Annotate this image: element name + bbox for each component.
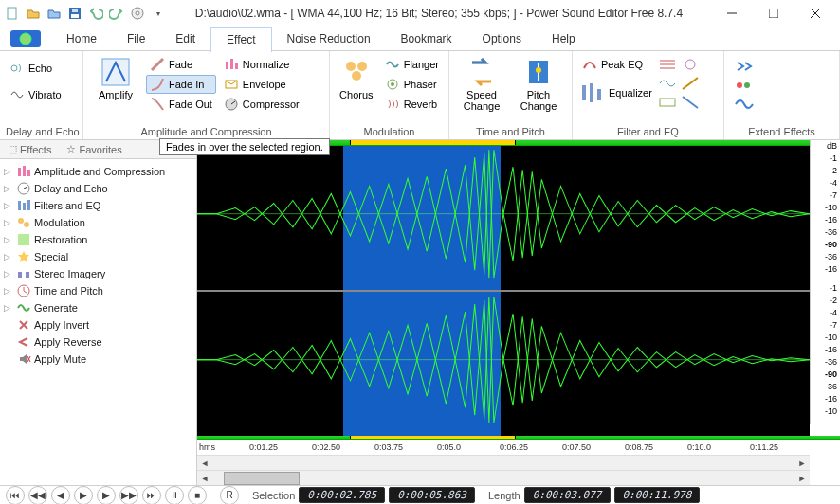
fade-button[interactable]: Fade [146, 55, 216, 74]
minimize-button[interactable] [711, 0, 753, 27]
vibrato-button[interactable]: Vibrato [6, 85, 65, 104]
echo-button[interactable]: Echo [6, 59, 65, 78]
save-icon[interactable] [66, 5, 83, 22]
rewind-button[interactable]: ◀◀ [28, 486, 47, 505]
window-controls [711, 0, 836, 27]
filter-extra5-icon[interactable] [681, 76, 700, 91]
peak-eq-label: Peak EQ [601, 59, 643, 70]
filter-extra4-icon[interactable] [681, 57, 700, 72]
tab-bookmark[interactable]: Bookmark [386, 27, 467, 51]
skip-start-button[interactable]: ⏮ [6, 486, 25, 505]
selection-marker[interactable] [350, 140, 515, 145]
pitch-change-button[interactable]: Pitch Change [512, 55, 565, 114]
scroll-thumb[interactable] [224, 472, 300, 485]
cd-icon[interactable] [129, 5, 146, 22]
tab-effect[interactable]: Effect [210, 27, 271, 52]
open-icon[interactable] [25, 5, 42, 22]
tree-item[interactable]: ▷Special [2, 248, 194, 265]
qat-dropdown-icon[interactable]: ▾ [150, 5, 167, 22]
waveform-panel: Fades in over the selected region. dB-1-… [197, 140, 840, 485]
equalizer-icon [580, 81, 603, 104]
extend3-icon[interactable] [734, 97, 755, 112]
scroll-left-icon[interactable]: ◄ [197, 471, 212, 486]
modulation-icon [16, 215, 31, 230]
reverb-button[interactable]: Reverb [381, 95, 443, 114]
step-back-button[interactable]: ◀ [51, 486, 70, 505]
skip-end-button[interactable]: ⏭ [142, 486, 161, 505]
group-extend: Extend Effects [724, 51, 840, 139]
filter-extra1-icon[interactable] [658, 57, 677, 72]
svg-rect-35 [18, 168, 21, 176]
tree-item[interactable]: ▷Generate [2, 299, 194, 316]
fade-out-button[interactable]: Fade Out [146, 95, 216, 114]
fade-in-button[interactable]: Fade In [146, 75, 216, 94]
equalizer-button[interactable]: Equalizer [578, 80, 654, 106]
tree-item[interactable]: ▷Modulation [2, 214, 194, 231]
svg-point-22 [352, 71, 361, 81]
tab-edit[interactable]: Edit [160, 27, 210, 51]
extend1-icon[interactable] [734, 59, 755, 74]
compressor-button[interactable]: Compressor [220, 95, 303, 114]
peak-eq-button[interactable]: Peak EQ [578, 55, 654, 74]
record-button[interactable]: R [220, 486, 239, 505]
tab-help[interactable]: Help [537, 27, 591, 51]
scroll-right-icon[interactable]: ► [794, 471, 810, 486]
play-button[interactable]: ▶ [74, 486, 93, 505]
maximize-button[interactable] [753, 0, 794, 27]
sidebar-tab-effects[interactable]: ⬚Effects [0, 143, 59, 155]
chorus-button[interactable]: Chorus [336, 55, 377, 102]
normalize-button[interactable]: Normalize [220, 55, 303, 74]
tree-item[interactable]: Apply Mute [2, 351, 194, 368]
scroll-right-icon[interactable]: ► [794, 456, 810, 471]
new-icon[interactable] [4, 5, 21, 22]
group-filter-eq: Peak EQ Equalizer Filter and EQ [573, 51, 724, 139]
tab-file[interactable]: File [112, 27, 160, 51]
waveform-right[interactable] [197, 292, 810, 436]
invert-icon [16, 317, 31, 333]
length-a-time: 0:00:03.077 [524, 487, 611, 503]
fast-forward-button[interactable]: ▶▶ [119, 486, 138, 505]
tab-options[interactable]: Options [467, 27, 537, 51]
tab-noise-reduction[interactable]: Noise Reduction [272, 27, 386, 51]
compressor-label: Compressor [243, 99, 300, 110]
extend2-icon[interactable] [734, 78, 755, 93]
group-amplitude: Amplify Fade Fade In Fade Out Normalize … [83, 51, 330, 139]
tree-item[interactable]: ▷Delay and Echo [2, 180, 194, 197]
filter-extra2-icon[interactable] [658, 76, 677, 91]
envelope-button[interactable]: Envelope [220, 75, 303, 94]
open2-icon[interactable] [46, 5, 63, 22]
sidebar-tab-favorites[interactable]: ☆Favorites [59, 143, 129, 155]
svg-point-43 [18, 218, 24, 224]
hscrollbar[interactable]: ◄ ► [197, 455, 810, 470]
waveform-right-svg [197, 292, 810, 428]
stop-button[interactable]: ■ [188, 486, 207, 505]
tree-item[interactable]: ▷Time and Pitch [2, 282, 194, 299]
tree-item[interactable]: ▷Stereo Imagery [2, 265, 194, 282]
tree-item[interactable]: ▷Amplitude and Compression [2, 163, 194, 180]
waveform-left[interactable] [197, 146, 810, 290]
tree-item[interactable]: ▷Filters and EQ [2, 197, 194, 214]
tree-item[interactable]: ▷Restoration [2, 231, 194, 248]
hscrollbar2[interactable]: ◄ ► [197, 470, 810, 485]
delay-icon [16, 181, 31, 196]
phaser-button[interactable]: Phaser [381, 75, 443, 94]
reverb-icon [385, 97, 400, 112]
redo-icon[interactable] [108, 5, 125, 22]
group-label-mod: Modulation [336, 125, 443, 139]
scroll-left-icon[interactable]: ◄ [197, 456, 212, 471]
tab-home[interactable]: Home [51, 27, 112, 51]
tree-item[interactable]: Apply Invert [2, 316, 194, 333]
amplify-button[interactable]: Amplify [89, 55, 142, 102]
pause-button[interactable]: ⏸ [165, 486, 184, 505]
app-icon[interactable] [0, 27, 51, 51]
filter-extra6-icon[interactable] [681, 95, 700, 110]
filter-extra3-icon[interactable] [658, 95, 677, 110]
selection-marker[interactable] [350, 436, 515, 439]
undo-icon[interactable] [87, 5, 104, 22]
tree-item[interactable]: Apply Reverse [2, 333, 194, 351]
close-button[interactable] [794, 0, 836, 27]
speed-change-button[interactable]: Speed Change [455, 55, 508, 114]
step-forward-button[interactable]: ▶ [97, 486, 116, 505]
flanger-button[interactable]: Flanger [381, 55, 443, 74]
tree-label: Apply Mute [34, 353, 86, 365]
